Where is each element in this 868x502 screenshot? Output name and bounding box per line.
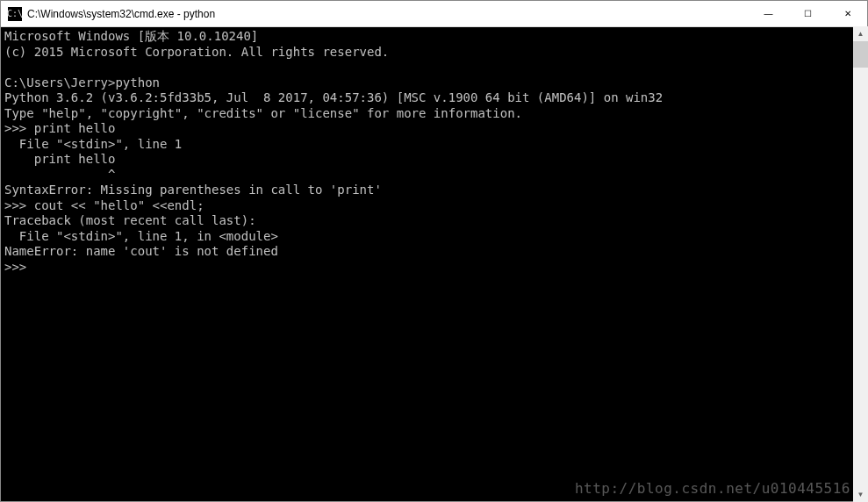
window-controls: — ☐ ✕ (749, 1, 867, 26)
scroll-down-button[interactable]: ▼ (853, 487, 868, 502)
terminal-line: Traceback (most recent call last): (4, 213, 256, 227)
terminal-line: Python 3.6.2 (v3.6.2:5fd33b5, Jul 8 2017… (4, 90, 663, 104)
terminal-line: >>> cout << "hello" <<endl; (4, 198, 204, 212)
scroll-thumb[interactable] (853, 41, 868, 68)
terminal-line: Microsoft Windows [版本 10.0.10240] (4, 29, 258, 43)
titlebar[interactable]: C:\ C:\Windows\system32\cmd.exe - python… (1, 1, 867, 27)
maximize-button[interactable]: ☐ (788, 1, 828, 26)
vertical-scrollbar[interactable]: ▲ ▼ (853, 26, 868, 502)
scroll-up-button[interactable]: ▲ (853, 26, 868, 41)
close-button[interactable]: ✕ (828, 1, 867, 26)
cmd-icon-label: C:\ (7, 9, 23, 18)
cmd-icon: C:\ (8, 7, 22, 21)
terminal-line: NameError: name 'cout' is not defined (4, 244, 278, 258)
terminal-line: File "<stdin>", line 1, in <module> (4, 229, 278, 243)
minimize-button[interactable]: — (749, 1, 788, 26)
terminal-line: File "<stdin>", line 1 (4, 137, 182, 151)
terminal-line: >>> print hello (4, 121, 115, 135)
cmd-window: C:\ C:\Windows\system32\cmd.exe - python… (0, 0, 868, 502)
terminal-line: >>> (4, 260, 26, 274)
terminal-line: C:\Users\Jerry>python (4, 75, 160, 90)
terminal-line: print hello (4, 152, 115, 166)
terminal-line: ^ (4, 168, 115, 182)
watermark-text: http://blog.csdn.net/u010445516 (575, 480, 850, 497)
terminal-content[interactable]: Microsoft Windows [版本 10.0.10240] (c) 20… (1, 27, 867, 501)
window-title: C:\Windows\system32\cmd.exe - python (27, 8, 749, 20)
terminal-line: SyntaxError: Missing parentheses in call… (4, 183, 382, 197)
terminal-line: (c) 2015 Microsoft Corporation. All righ… (4, 45, 389, 59)
terminal-line: Type "help", "copyright", "credits" or "… (4, 106, 522, 120)
